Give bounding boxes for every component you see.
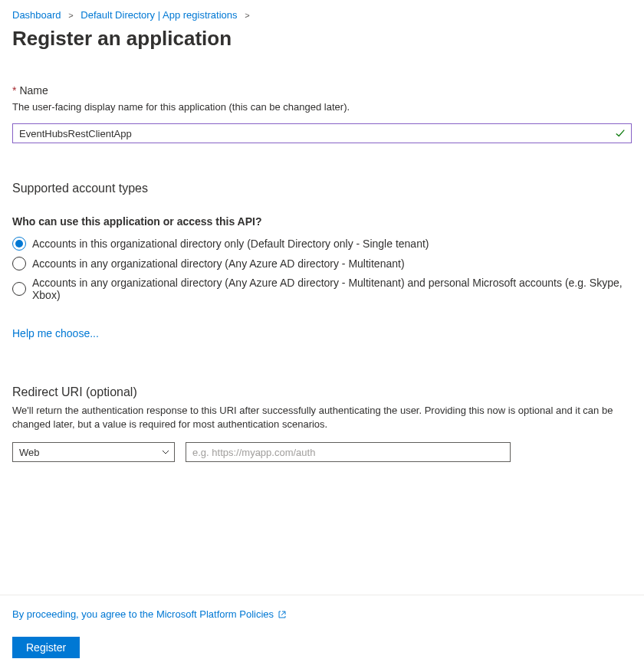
breadcrumb-separator: > bbox=[68, 11, 73, 20]
name-field-desc: The user-facing display name for this ap… bbox=[12, 101, 632, 113]
external-link-icon bbox=[278, 610, 287, 619]
radio-single-tenant[interactable]: Accounts in this organizational director… bbox=[12, 237, 632, 251]
radio-multitenant-personal[interactable]: Accounts in any organizational directory… bbox=[12, 277, 632, 301]
name-input[interactable] bbox=[12, 123, 632, 143]
breadcrumb-item-app-registrations[interactable]: Default Directory | App registrations bbox=[80, 9, 237, 21]
redirect-uri-heading: Redirect URI (optional) bbox=[12, 385, 632, 399]
help-me-choose-link[interactable]: Help me choose... bbox=[12, 327, 99, 339]
radio-label: Accounts in any organizational directory… bbox=[32, 277, 632, 301]
radio-button bbox=[12, 282, 26, 296]
breadcrumb-item-dashboard[interactable]: Dashboard bbox=[12, 9, 61, 21]
redirect-platform-select[interactable]: Web bbox=[12, 442, 175, 462]
radio-button bbox=[12, 257, 26, 270]
redirect-uri-input[interactable] bbox=[186, 442, 511, 462]
chevron-down-icon bbox=[161, 447, 170, 457]
page-footer: By proceeding, you agree to the Microsof… bbox=[0, 595, 644, 672]
breadcrumb-separator: > bbox=[245, 11, 249, 20]
radio-label: Accounts in this organizational director… bbox=[32, 238, 429, 250]
name-field-label: *Name bbox=[12, 84, 632, 97]
redirect-platform-value: Web bbox=[19, 447, 40, 458]
radio-button bbox=[12, 237, 26, 251]
breadcrumb: Dashboard > Default Directory | App regi… bbox=[0, 0, 644, 21]
account-types-question: Who can use this application or access t… bbox=[12, 215, 632, 228]
redirect-uri-desc: We'll return the authentication response… bbox=[12, 404, 632, 431]
page-title: Register an application bbox=[0, 21, 644, 51]
check-icon bbox=[615, 128, 626, 139]
platform-policies-link[interactable]: By proceeding, you agree to the Microsof… bbox=[12, 608, 287, 620]
required-indicator: * bbox=[12, 84, 16, 97]
account-types-heading: Supported account types bbox=[12, 182, 632, 195]
radio-multitenant[interactable]: Accounts in any organizational directory… bbox=[12, 257, 632, 270]
radio-label: Accounts in any organizational directory… bbox=[32, 257, 405, 270]
register-button[interactable]: Register bbox=[12, 637, 80, 658]
